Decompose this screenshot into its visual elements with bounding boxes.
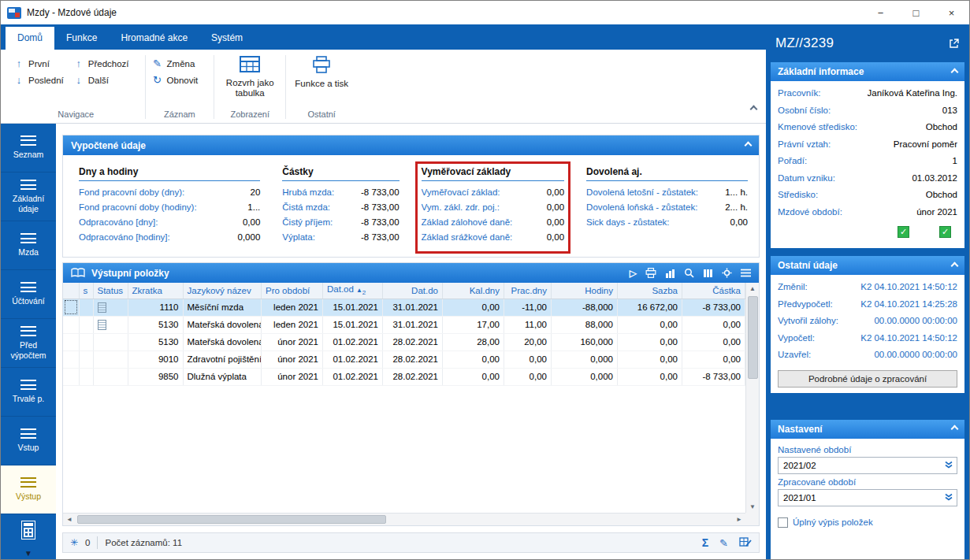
column-header-s[interactable]: s	[79, 283, 93, 299]
column-header-dat-do[interactable]: Dat.do	[383, 283, 443, 299]
previous-button[interactable]: ↑ Předchozí	[73, 57, 129, 69]
horizontal-scroll-thumb[interactable]	[77, 515, 386, 524]
sidebar-item[interactable]: Účtování	[1, 270, 56, 319]
change-button[interactable]: ✎ Změna	[152, 57, 199, 69]
maximize-button[interactable]: □	[898, 1, 934, 24]
value-row: Hrubá mzda: -8 733,00	[282, 185, 399, 200]
minimize-button[interactable]: −	[863, 1, 898, 24]
column-header-kal-dny[interactable]: Kal.dny	[443, 283, 504, 299]
close-button[interactable]: ×	[934, 1, 969, 24]
sidebar-item[interactable]: Mzda	[1, 221, 56, 270]
sidebar-item-calculator[interactable]	[1, 514, 56, 546]
sidebar-item[interactable]: Základní údaje	[1, 172, 56, 221]
vertical-scrollbar[interactable]: ▲ ▼	[745, 283, 759, 513]
chart-icon[interactable]	[665, 269, 675, 278]
full-listing-checkbox-row[interactable]: Úplný výpis položek	[778, 517, 957, 528]
set-period-dropdown[interactable]: 2021/02	[778, 457, 957, 474]
collapse-section-chevron-icon[interactable]	[951, 68, 959, 76]
columns-icon[interactable]	[703, 269, 713, 278]
processed-period-dropdown[interactable]: 2021/01	[778, 489, 957, 506]
play-icon[interactable]: ▷	[630, 268, 637, 279]
next-button[interactable]: ↓ Další	[73, 74, 129, 86]
value-row: Sick days - zůstatek: 0,00	[586, 215, 748, 230]
checkbox-checked-icon[interactable]: ✓	[939, 226, 951, 238]
row-selector-cell[interactable]	[63, 316, 79, 333]
asterisk-icon: ✳	[70, 537, 78, 548]
column-header-pro-obdobi[interactable]: Pro období	[262, 283, 323, 299]
collapse-panel-chevron-icon[interactable]	[745, 142, 753, 150]
value-row: Čistá mzda: -8 733,00	[282, 200, 399, 215]
ribbon-group-zobrazeni: Rozvrh jako tabulka Zobrazení	[214, 51, 285, 123]
sidebar-item[interactable]: Výstup	[1, 465, 56, 514]
basic-info-section: Základní informace Pracovník: Janíková K…	[771, 62, 964, 248]
last-button[interactable]: ↓ Poslední	[13, 74, 64, 86]
sidebar-item-label: Výstup	[16, 491, 41, 501]
refresh-button[interactable]: ↻ Obnovit	[152, 74, 199, 86]
value-row: Odpracováno [hodiny]: 0,000	[79, 230, 260, 245]
scroll-up-button[interactable]: ▲	[746, 283, 759, 295]
functions-and-print-button[interactable]: Funkce a tisk	[292, 51, 351, 109]
scroll-right-button[interactable]: ►	[733, 514, 745, 525]
column-header-status[interactable]: Status	[93, 283, 128, 299]
row-selector-cell[interactable]	[63, 368, 79, 385]
sum-icon[interactable]: Σ	[702, 536, 708, 549]
refresh-icon: ↻	[152, 74, 163, 86]
ribbon-tab[interactable]: Domů	[6, 27, 54, 50]
column-header-jazykovy-nazev[interactable]: Jazykový název	[183, 283, 262, 299]
collapse-ribbon-chevron-icon[interactable]	[751, 101, 756, 115]
sidebar-item[interactable]: Vstup	[1, 417, 56, 465]
sidebar-item[interactable]: Před výpočtem	[1, 319, 56, 368]
open-in-window-icon[interactable]	[949, 38, 960, 49]
row-selector-cell[interactable]	[63, 333, 79, 350]
sidebar-item[interactable]: Trvalé p.	[1, 368, 56, 417]
column-header-castka[interactable]: Částka	[682, 283, 745, 299]
edit-icon[interactable]: ✎	[719, 537, 728, 549]
layout-as-table-button[interactable]: Rozvrh jako tabulka	[221, 51, 279, 109]
column-header-sazba[interactable]: Sazba	[618, 283, 682, 299]
column-header-hodiny[interactable]: Hodiny	[552, 283, 618, 299]
ribbon-tab[interactable]: Hromadné akce	[109, 27, 199, 50]
checkbox-unchecked-icon[interactable]	[778, 517, 788, 528]
collapse-section-chevron-icon[interactable]	[951, 261, 959, 269]
ribbon-tab[interactable]: Systém	[199, 27, 255, 50]
value-row: Základ zálohové daně: 0,00	[422, 215, 565, 230]
horizontal-scrollbar[interactable]: ◄ ►	[63, 513, 745, 525]
row-selector-cell[interactable]	[63, 350, 79, 368]
column-header-prac-dny[interactable]: Prac.dny	[504, 283, 552, 299]
search-icon[interactable]	[684, 268, 694, 278]
first-button[interactable]: ↑ První	[13, 57, 64, 69]
output-items-title: Výstupní položky	[91, 268, 169, 279]
sidebar-item[interactable]: Seznam	[1, 124, 56, 172]
scroll-left-button[interactable]: ◄	[63, 514, 76, 525]
menu-icon[interactable]	[741, 269, 751, 277]
table-row[interactable]: 9010 Zdravotní pojištění únor 2021 01.02…	[63, 350, 745, 368]
cell-pro-obdobi: únor 2021	[262, 350, 323, 368]
sidebar-overflow-chevron-icon[interactable]: ▼	[1, 549, 56, 559]
info-row: Mzdové období: únor 2021	[778, 204, 957, 221]
checkbox-checked-icon[interactable]: ✓	[898, 226, 909, 238]
group-vacation: Dovolená aj. Dovolená letošní - zůstatek…	[580, 161, 754, 254]
record-count-label: Počet záznamů: 11	[105, 538, 182, 547]
column-header-zkratka[interactable]: Zkratka	[128, 283, 183, 299]
scroll-down-button[interactable]: ▼	[746, 501, 759, 513]
other-info-title: Ostatní údaje	[778, 260, 838, 271]
table-row[interactable]: 9850 Dlužná výplata únor 2021 01.02.2021…	[63, 368, 745, 385]
column-header-selector[interactable]	[63, 283, 79, 299]
print-icon[interactable]	[645, 268, 656, 278]
gear-icon[interactable]	[722, 268, 732, 278]
cell-zkratka: 5130	[128, 316, 183, 333]
group-title: Dovolená aj.	[586, 165, 748, 181]
table-row[interactable]: 1110 Měsíční mzda leden 2021 15.01.2021 …	[63, 299, 745, 316]
edit-columns-icon[interactable]	[739, 536, 752, 549]
cell-s	[79, 350, 93, 368]
list-icon	[20, 477, 36, 488]
row-selector-cell[interactable]	[63, 299, 79, 316]
basic-info-header: Základní informace	[771, 62, 964, 81]
column-header-dat-od[interactable]: Dat.od▲2	[323, 283, 383, 299]
collapse-section-chevron-icon[interactable]	[951, 425, 959, 433]
vertical-scroll-thumb[interactable]	[748, 296, 758, 379]
ribbon-tab[interactable]: Funkce	[54, 27, 109, 50]
table-row[interactable]: 5130 Mateřská dovolená únor 2021 01.02.2…	[63, 333, 745, 350]
table-row[interactable]: 5130 Mateřská dovolená leden 2021 15.01.…	[63, 316, 745, 333]
processing-details-button[interactable]: Podrobné údaje o zpracování	[778, 370, 957, 388]
